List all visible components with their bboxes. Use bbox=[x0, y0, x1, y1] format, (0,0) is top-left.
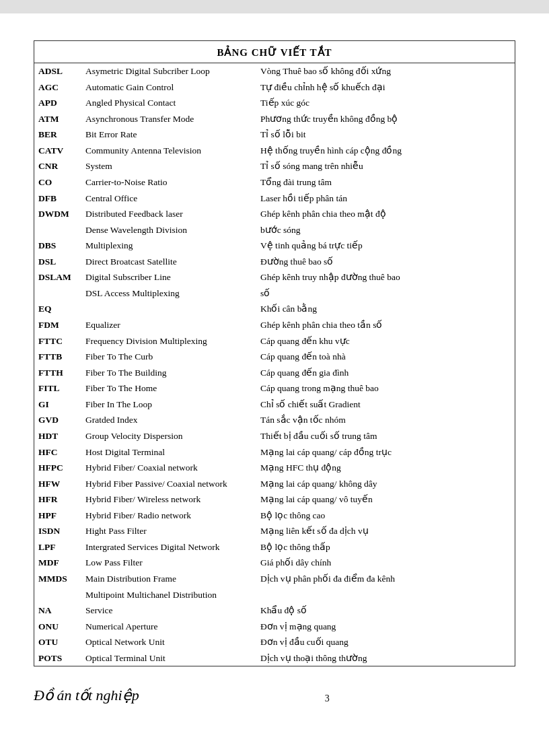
english-cell: Optical Terminal Unit bbox=[81, 650, 256, 666]
abbr-cell: OTU bbox=[34, 634, 81, 650]
footer-page: 3 bbox=[139, 693, 515, 704]
table-row: APDAngled Physical ContactTiếp xúc góc bbox=[34, 95, 515, 111]
abbr-cell: DFB bbox=[34, 191, 81, 207]
table-row: LPFIntergrated Services Digital NetworkB… bbox=[34, 539, 515, 555]
vietnamese-cell: Cáp quang đến toà nhà bbox=[256, 349, 515, 365]
table-row: FITLFiber To The HomeCáp quang trong mạn… bbox=[34, 380, 515, 397]
footer: Đồ án tốt nghiệp 3 bbox=[34, 687, 515, 704]
english-cell: Dense Wavelength Division bbox=[81, 222, 256, 238]
abbr-cell: GVD bbox=[34, 412, 81, 428]
vietnamese-cell: Laser hồi tiếp phân tán bbox=[256, 191, 515, 207]
vietnamese-cell: Đơn vị mạng quang bbox=[256, 619, 515, 635]
abbr-cell: HFPC bbox=[34, 460, 81, 476]
english-cell: Digital Subscriber Line bbox=[81, 269, 256, 285]
table-row: OTUOptical Network UnitĐơn vị đầu cuối q… bbox=[34, 634, 515, 650]
table-row: GIFiber In The LoopChỉ số chiết suất Gra… bbox=[34, 397, 515, 413]
vietnamese-cell: Tiếp xúc góc bbox=[256, 95, 515, 111]
table-row: COCarrier-to-Noise RatioTổng đài trung t… bbox=[34, 174, 515, 191]
abbr-cell: FTTC bbox=[34, 333, 81, 349]
abbr-cell: HFR bbox=[34, 491, 81, 508]
english-cell: Hight Pass Filter bbox=[81, 523, 256, 539]
vietnamese-cell: số bbox=[256, 285, 515, 302]
english-cell: Multipoint Multichanel Distribution bbox=[81, 587, 256, 603]
abbr-cell: AGC bbox=[34, 79, 81, 96]
english-cell: Numerical Aperture bbox=[81, 619, 256, 635]
table-row: FTTBFiber To The CurbCáp quang đến toà n… bbox=[34, 349, 515, 365]
table-row: ISDNHight Pass FilterMạng liên kết số đa… bbox=[34, 523, 515, 539]
english-cell: Low Pass Filter bbox=[81, 555, 256, 571]
vietnamese-cell bbox=[256, 587, 515, 603]
abbr-cell: MMDS bbox=[34, 571, 81, 587]
abbr-cell: DBS bbox=[34, 238, 81, 254]
table-row: MMDSMain Distribution FrameDịch vụ phân … bbox=[34, 571, 515, 587]
abbr-cell: DSLAM bbox=[34, 269, 81, 285]
english-cell: Asymetric Digital Subcriber Loop bbox=[81, 63, 256, 79]
table-row: ADSLAsymetric Digital Subcriber LoopVòng… bbox=[34, 63, 515, 79]
english-cell: Host Digital Terminal bbox=[81, 444, 256, 460]
abbr-cell: ADSL bbox=[34, 63, 81, 79]
vietnamese-cell: Tỉ số lỗi bit bbox=[256, 127, 515, 143]
vietnamese-cell: Bộ lọc thông cao bbox=[256, 508, 515, 524]
english-cell: Community Antenna Television bbox=[81, 143, 256, 159]
vietnamese-cell: Mạng liên kết số đa dịch vụ bbox=[256, 523, 515, 539]
english-cell: Automatic Gain Control bbox=[81, 79, 256, 96]
vietnamese-cell: Chỉ số chiết suất Gradient bbox=[256, 397, 515, 413]
vietnamese-cell: Dịch vụ phân phối đa điểm đa kênh bbox=[256, 571, 515, 587]
vietnamese-cell: Tỉ số sóng mang trên nhiễu bbox=[256, 158, 515, 174]
table-row: DBSMultiplexingVệ tinh quảng bá trực tiế… bbox=[34, 238, 515, 254]
english-cell: Fiber To The Home bbox=[81, 380, 256, 397]
english-cell: Fiber To The Building bbox=[81, 365, 256, 381]
vietnamese-cell: Vòng Thuê bao số không đối xứng bbox=[256, 63, 515, 79]
english-cell: Fiber To The Curb bbox=[81, 349, 256, 365]
abbr-cell: ISDN bbox=[34, 523, 81, 539]
vietnamese-cell: Tán sắc vận tốc nhóm bbox=[256, 412, 515, 428]
abbr-cell: MDF bbox=[34, 555, 81, 571]
english-cell: Service bbox=[81, 603, 256, 619]
abbr-cell: FTTH bbox=[34, 365, 81, 381]
table-row: DWDMDistributed Feedback laserGhép kênh … bbox=[34, 206, 515, 222]
table-row: CATVCommunity Antenna TelevisionHệ thống… bbox=[34, 143, 515, 159]
vietnamese-cell: Mạng HFC thụ động bbox=[256, 460, 515, 476]
vietnamese-cell: Bộ lọc thông thấp bbox=[256, 539, 515, 555]
abbreviation-table-container: BẢNG CHỮ VIẾT TẮT ADSLAsymetric Digital … bbox=[34, 40, 515, 666]
vietnamese-cell: Đường thuê bao số bbox=[256, 254, 515, 270]
table-row: HFPCHybrid Fiber/ Coaxial networkMạng HF… bbox=[34, 460, 515, 476]
english-cell: Asynchronous Transfer Mode bbox=[81, 111, 256, 127]
abbr-cell: DWDM bbox=[34, 206, 81, 222]
abbr-cell: CATV bbox=[34, 143, 81, 159]
vietnamese-cell: Ghép kênh truy nhập đường thuê bao bbox=[256, 269, 515, 285]
abbr-cell: POTS bbox=[34, 650, 81, 666]
table-row: POTSOptical Terminal UnitDịch vụ thoại t… bbox=[34, 650, 515, 666]
english-cell: Bit Error Rate bbox=[81, 127, 256, 143]
english-cell: Hybrid Fiber/ Coaxial network bbox=[81, 460, 256, 476]
vietnamese-cell: Hệ thống truyền hình cáp cộng đồng bbox=[256, 143, 515, 159]
vietnamese-cell: Giá phối dây chính bbox=[256, 555, 515, 571]
vietnamese-cell: Tổng đài trung tâm bbox=[256, 174, 515, 191]
english-cell: DSL Access Multiplexing bbox=[81, 285, 256, 302]
vietnamese-cell: Mạng lai cáp quang/ cáp đồng trục bbox=[256, 444, 515, 460]
abbr-cell: APD bbox=[34, 95, 81, 111]
table-row: MDFLow Pass FilterGiá phối dây chính bbox=[34, 555, 515, 571]
abbr-cell: ATM bbox=[34, 111, 81, 127]
vietnamese-cell: Dịch vụ thoại thông thường bbox=[256, 650, 515, 666]
vietnamese-cell: Khẩu độ số bbox=[256, 603, 515, 619]
abbr-cell: LPF bbox=[34, 539, 81, 555]
vietnamese-cell: Cáp quang đến khu vực bbox=[256, 333, 515, 349]
english-cell: Gratded Index bbox=[81, 412, 256, 428]
table-row: Multipoint Multichanel Distribution bbox=[34, 587, 515, 603]
english-cell bbox=[81, 301, 256, 317]
abbr-cell: HFC bbox=[34, 444, 81, 460]
abbr-cell bbox=[34, 222, 81, 238]
abbr-cell: FTTB bbox=[34, 349, 81, 365]
vietnamese-cell: Mạng lai cáp quang/ vô tuyến bbox=[256, 491, 515, 508]
table-row: FTTCFrequency Division MultiplexingCáp q… bbox=[34, 333, 515, 349]
english-cell: Frequency Division Multiplexing bbox=[81, 333, 256, 349]
english-cell: Equalizer bbox=[81, 317, 256, 333]
abbr-cell: NA bbox=[34, 603, 81, 619]
vietnamese-cell: Khối cân bằng bbox=[256, 301, 515, 317]
table-row: BERBit Error RateTỉ số lỗi bit bbox=[34, 127, 515, 143]
vietnamese-cell: Thiết bị đầu cuối số trung tâm bbox=[256, 428, 515, 444]
english-cell: Central Office bbox=[81, 191, 256, 207]
abbr-cell: FDM bbox=[34, 317, 81, 333]
english-cell: Optical Network Unit bbox=[81, 634, 256, 650]
